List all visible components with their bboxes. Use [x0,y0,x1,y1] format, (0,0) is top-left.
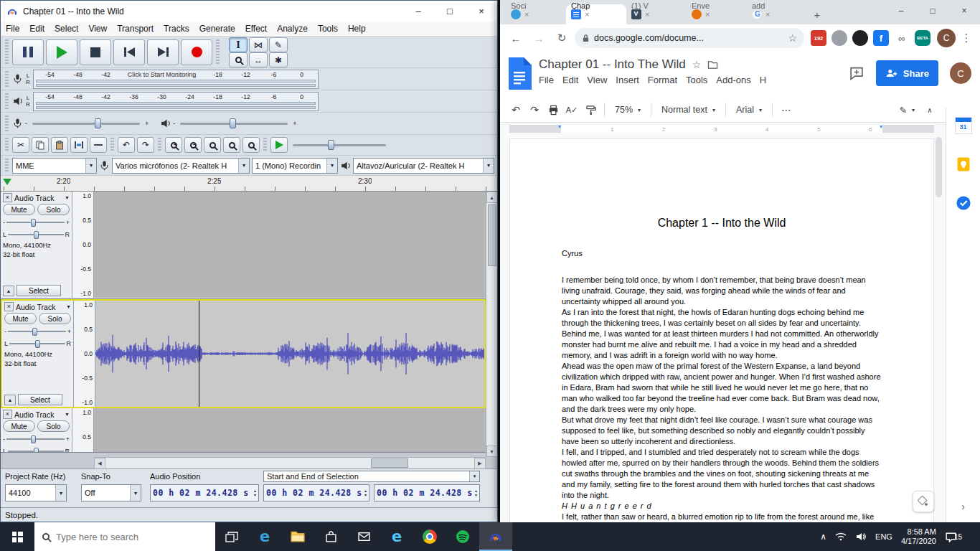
docs-menu-tools[interactable]: Tools [682,72,712,88]
reload-button[interactable]: ↻ [552,28,572,48]
recording-channels-select[interactable]: 1 (Mono) Recordin▾ [252,158,338,174]
docs-menu-addons[interactable]: Add-ons [712,72,755,88]
track-waveform-area[interactable] [95,301,484,407]
taskbar-mail-icon[interactable] [347,522,380,551]
left-margin-marker[interactable]: ▾ [558,123,561,130]
document-paragraph[interactable]: As I ran into the forest that night, the… [562,307,882,361]
track-title[interactable]: Audio Track [14,410,62,419]
slider-thumb[interactable] [328,140,334,150]
hidden-icons-chevron[interactable]: ∧ [820,532,826,542]
menu-item-file[interactable]: File [1,22,24,35]
undo-button[interactable]: ↶ [507,101,524,118]
monitoring-hint[interactable]: Click to Start Monitoring [120,71,204,78]
document-paragraph[interactable]: H H u a n t g r e e r d [562,501,882,512]
slider-thumb[interactable] [34,231,39,239]
spinner-icons[interactable]: ▴▾ [252,489,256,497]
tasks-icon[interactable] [955,194,972,212]
star-document-icon[interactable]: ☆ [692,59,702,70]
keep-icon[interactable] [955,156,972,173]
toolbar-grip[interactable] [5,39,9,65]
playback-volume-slider[interactable] [180,118,288,129]
taskbar-file-explorer-icon[interactable] [281,522,314,551]
taskbar-spotify-icon[interactable] [446,522,479,551]
task-view-button[interactable] [215,522,248,551]
timeline-ruler[interactable]: 2:20 2:25 2:30 [1,176,497,192]
track-solo-button[interactable]: Solo [37,420,70,432]
snap-to-select[interactable]: Off▾ [81,484,141,501]
track-menu-icon[interactable]: ▼ [65,412,70,417]
menu-item-generate[interactable]: Generate [194,22,240,35]
slider-thumb[interactable] [31,435,36,443]
taskbar-internet-explorer-icon[interactable]: e [380,522,413,551]
draw-tool-button[interactable]: ✎ [269,37,288,52]
track-select-button[interactable]: Select [18,394,62,405]
menu-item-view[interactable]: View [83,22,112,35]
track-solo-button[interactable]: Solo [37,204,70,215]
docs-menu-view[interactable]: View [583,72,611,88]
zoom-toggle-button[interactable] [242,137,260,153]
taskbar-chrome-icon[interactable] [413,522,446,551]
docs-menu-file[interactable]: File [534,72,558,88]
document-paragraph[interactable]: But what drove my feet that night didn’t… [562,415,882,447]
scrollbar-thumb[interactable] [371,458,408,468]
scrollbar-thumb[interactable] [488,204,496,266]
selection-range-mode-select[interactable]: Start and End of Selection▾ [263,471,480,482]
timeline-pin-button[interactable] [3,179,11,185]
play-button[interactable] [46,39,77,65]
docs-menu-edit[interactable]: Edit [558,72,583,88]
network-icon[interactable] [835,532,847,541]
link-extension-icon[interactable]: ∞ [894,30,910,46]
track-title[interactable]: Audio Track [16,303,64,311]
selection-end-field[interactable]: 00 h 02 m 24.428 s▴▾ [374,484,480,501]
playback-meter[interactable]: -54 -48 -42 -36 -30 -24 -18 -12 -6 0 [33,92,319,111]
zoom-select[interactable]: 75%▾ [610,101,646,118]
vertical-scale-ruler[interactable]: 1.00.50.0-0.5-1.0 [74,301,95,407]
slider-thumb[interactable] [35,340,40,348]
track-mute-button[interactable]: Mute [4,313,37,324]
menu-item-tools[interactable]: Tools [313,22,343,35]
explore-button[interactable] [913,491,934,512]
paste-button[interactable] [51,137,68,153]
vertical-scale-ruler[interactable]: 1.00.50.0-0.5-1.0 [72,192,94,298]
browser-tab[interactable]: add× [747,4,807,24]
audio-host-select[interactable]: MME▾ [12,158,97,174]
spinner-icons[interactable]: ▴▾ [362,489,367,497]
search-input[interactable] [56,532,192,542]
skip-to-start-button[interactable] [113,39,145,65]
language-indicator[interactable]: ENG [875,532,892,541]
audacity-titlebar[interactable]: Chapter 01 -- Into the Wild – □ × [1,1,497,22]
recording-device-select[interactable]: Varios micrófonos (2- Realtek H▾ [112,158,250,174]
multi-tool-button[interactable]: ✱ [269,52,288,67]
audacity-maximize-button[interactable]: □ [434,1,466,22]
document-title[interactable]: Chapter 01 -- Into The Wild [539,57,686,72]
scroll-up-icon[interactable]: ▲ [486,192,498,203]
vertical-scale-ruler[interactable]: 1.00.50.0-0.5-1.0 [72,408,94,453]
selection-start-field[interactable]: 00 h 02 m 24.428 s▴▾ [263,484,369,501]
document-paragraph[interactable]: Ahead was the open maw of the primal for… [562,361,882,415]
track-solo-button[interactable]: Solo [39,313,71,324]
right-margin-marker[interactable]: ▾ [880,123,882,130]
slider-thumb[interactable] [230,118,236,128]
font-select[interactable]: Arial▾ [731,101,767,118]
track-title[interactable]: Audio Track [14,194,62,202]
track-menu-icon[interactable]: ▼ [66,304,71,309]
toolbar-grip[interactable] [158,138,161,152]
audio-track-3[interactable]: × Audio Track ▼ Mute Solo -+ LR Mono, 44… [1,408,486,453]
toolbar-grip[interactable] [5,159,9,172]
document-paragraph[interactable]: I felt, rather than saw or heard, a blur… [562,512,882,522]
extension-icon[interactable] [852,30,868,46]
copy-button[interactable] [32,137,49,153]
menu-item-select[interactable]: Select [50,22,83,35]
track-pan-slider[interactable]: LR [3,446,70,453]
recording-meter[interactable]: -54 -48 -42 Click to Start Monitoring -1… [33,70,319,89]
redo-button[interactable]: ↷ [137,137,154,153]
taskbar-search[interactable] [34,522,215,551]
toolbar-grip[interactable] [5,93,9,109]
document-paragraph[interactable]: I remember being told once, by whom I do… [562,275,882,307]
editing-mode-button[interactable]: ✎▾ [895,101,920,118]
timeshift-tool-button[interactable]: ↔ [249,52,268,67]
extension-icon[interactable] [831,30,847,46]
hide-menus-button[interactable]: ∧ [921,101,938,118]
spinner-icons[interactable]: ▴▾ [473,489,477,497]
document-page[interactable]: Chapter 1 -- Into the Wild Cyrus I remem… [509,138,934,522]
